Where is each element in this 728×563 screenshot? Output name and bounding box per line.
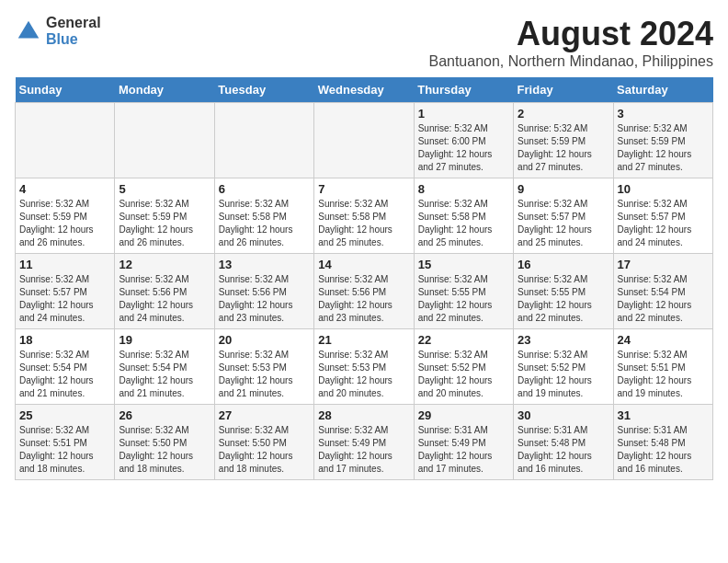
day-number: 11 bbox=[19, 258, 110, 271]
header: General Blue August 2024 Bantuanon, Nort… bbox=[15, 15, 713, 70]
day-info: Sunrise: 5:32 AM Sunset: 6:00 PM Dayligh… bbox=[418, 122, 509, 174]
day-info: Sunrise: 5:32 AM Sunset: 5:59 PM Dayligh… bbox=[618, 122, 709, 174]
day-number: 7 bbox=[318, 182, 409, 196]
day-info: Sunrise: 5:32 AM Sunset: 5:59 PM Dayligh… bbox=[518, 122, 609, 174]
day-number: 15 bbox=[418, 258, 509, 271]
day-cell: 11Sunrise: 5:32 AM Sunset: 5:57 PM Dayli… bbox=[16, 254, 115, 329]
day-cell: 17Sunrise: 5:32 AM Sunset: 5:54 PM Dayli… bbox=[613, 254, 712, 329]
day-cell: 6Sunrise: 5:32 AM Sunset: 5:58 PM Daylig… bbox=[214, 178, 313, 254]
day-cell: 25Sunrise: 5:32 AM Sunset: 5:51 PM Dayli… bbox=[16, 405, 115, 480]
day-info: Sunrise: 5:32 AM Sunset: 5:57 PM Dayligh… bbox=[19, 273, 110, 325]
day-cell: 13Sunrise: 5:32 AM Sunset: 5:56 PM Dayli… bbox=[214, 254, 313, 329]
day-cell: 14Sunrise: 5:32 AM Sunset: 5:56 PM Dayli… bbox=[314, 254, 414, 329]
day-number: 6 bbox=[219, 182, 310, 196]
day-info: Sunrise: 5:32 AM Sunset: 5:54 PM Dayligh… bbox=[19, 349, 110, 400]
main-title: August 2024 bbox=[428, 15, 713, 53]
day-number: 20 bbox=[219, 333, 310, 347]
day-cell: 23Sunrise: 5:32 AM Sunset: 5:52 PM Dayli… bbox=[514, 329, 613, 405]
day-cell: 29Sunrise: 5:31 AM Sunset: 5:49 PM Dayli… bbox=[414, 405, 513, 480]
day-info: Sunrise: 5:32 AM Sunset: 5:56 PM Dayligh… bbox=[318, 273, 409, 325]
day-cell: 20Sunrise: 5:32 AM Sunset: 5:53 PM Dayli… bbox=[214, 329, 313, 405]
header-row: SundayMondayTuesdayWednesdayThursdayFrid… bbox=[16, 77, 713, 103]
day-number: 26 bbox=[119, 408, 210, 422]
day-number: 21 bbox=[318, 333, 409, 347]
logo-icon bbox=[15, 17, 42, 45]
day-info: Sunrise: 5:32 AM Sunset: 5:59 PM Dayligh… bbox=[19, 198, 110, 249]
day-cell: 31Sunrise: 5:31 AM Sunset: 5:48 PM Dayli… bbox=[613, 405, 712, 480]
day-cell: 21Sunrise: 5:32 AM Sunset: 5:53 PM Dayli… bbox=[314, 329, 414, 405]
day-number: 24 bbox=[618, 333, 709, 347]
day-info: Sunrise: 5:31 AM Sunset: 5:48 PM Dayligh… bbox=[618, 424, 709, 476]
day-info: Sunrise: 5:32 AM Sunset: 5:50 PM Dayligh… bbox=[119, 424, 210, 476]
day-info: Sunrise: 5:32 AM Sunset: 5:52 PM Dayligh… bbox=[418, 349, 509, 400]
day-number: 31 bbox=[618, 408, 709, 422]
day-number: 12 bbox=[119, 258, 210, 271]
day-number: 23 bbox=[518, 333, 609, 347]
day-info: Sunrise: 5:32 AM Sunset: 5:58 PM Dayligh… bbox=[418, 198, 509, 249]
day-cell: 27Sunrise: 5:32 AM Sunset: 5:50 PM Dayli… bbox=[214, 405, 313, 480]
day-number: 5 bbox=[119, 182, 210, 196]
day-cell: 5Sunrise: 5:32 AM Sunset: 5:59 PM Daylig… bbox=[115, 178, 214, 254]
day-cell: 18Sunrise: 5:32 AM Sunset: 5:54 PM Dayli… bbox=[16, 329, 115, 405]
col-header-saturday: Saturday bbox=[613, 77, 712, 103]
day-info: Sunrise: 5:32 AM Sunset: 5:58 PM Dayligh… bbox=[219, 198, 310, 249]
day-cell: 16Sunrise: 5:32 AM Sunset: 5:55 PM Dayli… bbox=[514, 254, 613, 329]
day-info: Sunrise: 5:32 AM Sunset: 5:56 PM Dayligh… bbox=[219, 273, 310, 325]
day-number: 14 bbox=[318, 258, 409, 271]
day-number: 27 bbox=[219, 408, 310, 422]
day-cell: 22Sunrise: 5:32 AM Sunset: 5:52 PM Dayli… bbox=[414, 329, 513, 405]
logo: General Blue bbox=[15, 15, 101, 47]
day-number: 9 bbox=[518, 182, 609, 196]
day-number: 30 bbox=[518, 408, 609, 422]
day-info: Sunrise: 5:31 AM Sunset: 5:48 PM Dayligh… bbox=[518, 424, 609, 476]
title-area: August 2024 Bantuanon, Northern Mindanao… bbox=[428, 15, 713, 70]
day-cell: 19Sunrise: 5:32 AM Sunset: 5:54 PM Dayli… bbox=[115, 329, 214, 405]
day-info: Sunrise: 5:32 AM Sunset: 5:53 PM Dayligh… bbox=[219, 349, 310, 400]
day-number: 10 bbox=[618, 182, 709, 196]
day-number: 29 bbox=[418, 408, 509, 422]
col-header-thursday: Thursday bbox=[414, 77, 513, 103]
day-cell: 15Sunrise: 5:32 AM Sunset: 5:55 PM Dayli… bbox=[414, 254, 513, 329]
day-info: Sunrise: 5:32 AM Sunset: 5:55 PM Dayligh… bbox=[518, 273, 609, 325]
day-cell bbox=[214, 103, 313, 178]
day-cell: 28Sunrise: 5:32 AM Sunset: 5:49 PM Dayli… bbox=[314, 405, 414, 480]
day-cell: 7Sunrise: 5:32 AM Sunset: 5:58 PM Daylig… bbox=[314, 178, 414, 254]
week-row-1: 1Sunrise: 5:32 AM Sunset: 6:00 PM Daylig… bbox=[16, 103, 713, 178]
day-cell bbox=[16, 103, 115, 178]
day-info: Sunrise: 5:32 AM Sunset: 5:52 PM Dayligh… bbox=[518, 349, 609, 400]
day-number: 16 bbox=[518, 258, 609, 271]
week-row-5: 25Sunrise: 5:32 AM Sunset: 5:51 PM Dayli… bbox=[16, 405, 713, 480]
day-number: 19 bbox=[119, 333, 210, 347]
col-header-tuesday: Tuesday bbox=[214, 77, 313, 103]
day-info: Sunrise: 5:32 AM Sunset: 5:57 PM Dayligh… bbox=[518, 198, 609, 249]
logo-blue: Blue bbox=[46, 31, 101, 48]
day-cell: 24Sunrise: 5:32 AM Sunset: 5:51 PM Dayli… bbox=[613, 329, 712, 405]
day-info: Sunrise: 5:32 AM Sunset: 5:54 PM Dayligh… bbox=[618, 273, 709, 325]
day-info: Sunrise: 5:32 AM Sunset: 5:49 PM Dayligh… bbox=[318, 424, 409, 476]
day-cell: 1Sunrise: 5:32 AM Sunset: 6:00 PM Daylig… bbox=[414, 103, 513, 178]
svg-marker-0 bbox=[18, 20, 40, 38]
day-cell bbox=[115, 103, 214, 178]
day-number: 28 bbox=[318, 408, 409, 422]
day-info: Sunrise: 5:32 AM Sunset: 5:51 PM Dayligh… bbox=[618, 349, 709, 400]
day-cell: 30Sunrise: 5:31 AM Sunset: 5:48 PM Dayli… bbox=[514, 405, 613, 480]
week-row-4: 18Sunrise: 5:32 AM Sunset: 5:54 PM Dayli… bbox=[16, 329, 713, 405]
day-cell: 9Sunrise: 5:32 AM Sunset: 5:57 PM Daylig… bbox=[514, 178, 613, 254]
col-header-sunday: Sunday bbox=[16, 77, 115, 103]
day-info: Sunrise: 5:32 AM Sunset: 5:54 PM Dayligh… bbox=[119, 349, 210, 400]
day-info: Sunrise: 5:32 AM Sunset: 5:55 PM Dayligh… bbox=[418, 273, 509, 325]
day-number: 25 bbox=[19, 408, 110, 422]
day-info: Sunrise: 5:32 AM Sunset: 5:56 PM Dayligh… bbox=[119, 273, 210, 325]
day-number: 17 bbox=[618, 258, 709, 271]
logo-text: General Blue bbox=[46, 15, 101, 47]
day-cell: 12Sunrise: 5:32 AM Sunset: 5:56 PM Dayli… bbox=[115, 254, 214, 329]
subtitle: Bantuanon, Northern Mindanao, Philippine… bbox=[428, 53, 713, 70]
col-header-monday: Monday bbox=[115, 77, 214, 103]
day-cell: 26Sunrise: 5:32 AM Sunset: 5:50 PM Dayli… bbox=[115, 405, 214, 480]
day-cell: 3Sunrise: 5:32 AM Sunset: 5:59 PM Daylig… bbox=[613, 103, 712, 178]
calendar-table: SundayMondayTuesdayWednesdayThursdayFrid… bbox=[15, 77, 713, 480]
day-number: 18 bbox=[19, 333, 110, 347]
col-header-wednesday: Wednesday bbox=[314, 77, 414, 103]
logo-general: General bbox=[46, 15, 101, 31]
day-info: Sunrise: 5:32 AM Sunset: 5:50 PM Dayligh… bbox=[219, 424, 310, 476]
